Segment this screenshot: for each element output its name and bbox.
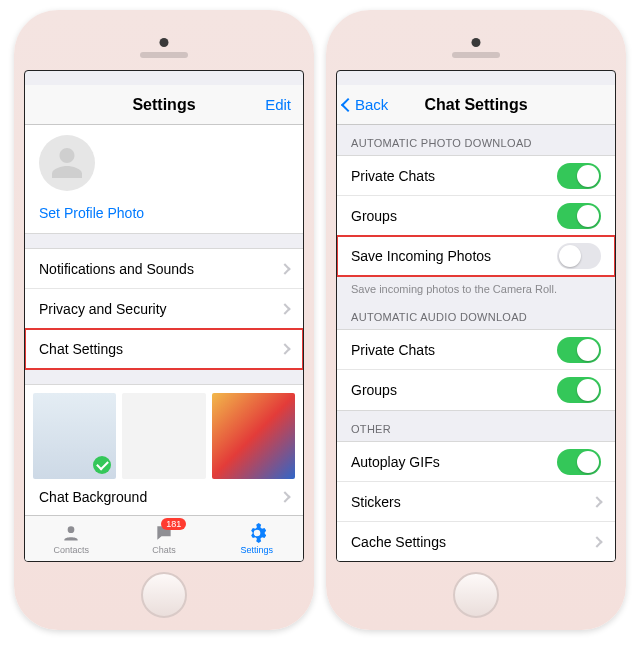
chevron-right-icon <box>279 491 290 502</box>
device-top <box>24 20 304 70</box>
avatar-icon[interactable] <box>39 135 95 191</box>
audio-list: Private Chats Groups <box>337 329 615 411</box>
chevron-right-icon <box>279 343 290 354</box>
section-header: Automatic Photo Download <box>337 125 615 155</box>
badge: 181 <box>161 518 186 530</box>
content-area: Automatic Photo Download Private Chats G… <box>337 125 615 561</box>
row-save-incoming[interactable]: Save Incoming Photos <box>337 236 615 276</box>
section-header: Automatic Audio Download <box>337 299 615 329</box>
tab-bar: Contacts 181 Chats Settings <box>25 515 303 561</box>
toggle-switch[interactable] <box>557 203 601 229</box>
row-privacy[interactable]: Privacy and Security <box>25 289 303 329</box>
chevron-right-icon <box>591 496 602 507</box>
home-button[interactable] <box>141 572 187 618</box>
back-button[interactable]: Back <box>343 96 388 113</box>
chevron-right-icon <box>591 536 602 547</box>
selected-check-icon <box>93 456 111 474</box>
status-bar <box>25 71 303 85</box>
tab-label: Contacts <box>54 545 90 555</box>
status-bar <box>337 71 615 85</box>
row-cache-settings[interactable]: Cache Settings <box>337 522 615 561</box>
navbar: Settings Edit <box>25 85 303 125</box>
home-button[interactable] <box>453 572 499 618</box>
right-screen: Back Chat Settings Automatic Photo Downl… <box>336 70 616 562</box>
row-stickers[interactable]: Stickers <box>337 482 615 522</box>
row-label: Chat Settings <box>39 341 123 357</box>
toggle-switch[interactable] <box>557 243 601 269</box>
row-label: Groups <box>351 208 397 224</box>
back-label: Back <box>355 96 388 113</box>
row-chat-background[interactable]: Chat Background <box>25 479 303 515</box>
tab-contacts[interactable]: Contacts <box>25 516 118 561</box>
photo-list: Private Chats Groups Save Incoming Photo… <box>337 155 615 277</box>
row-label: Privacy and Security <box>39 301 167 317</box>
section-footer: Save incoming photos to the Camera Roll. <box>337 277 615 299</box>
navbar: Back Chat Settings <box>337 85 615 125</box>
tab-label: Settings <box>240 545 273 555</box>
wallpaper-thumb[interactable] <box>122 393 205 479</box>
chevron-left-icon <box>341 97 355 111</box>
gear-icon <box>246 522 268 544</box>
other-list: Autoplay GIFs Stickers Cache Settings <box>337 441 615 561</box>
row-chat-settings[interactable]: Chat Settings <box>25 329 303 369</box>
row-label: Autoplay GIFs <box>351 454 440 470</box>
row-private-chats[interactable]: Private Chats <box>337 156 615 196</box>
wallpaper-thumbs <box>25 384 303 479</box>
toggle-switch[interactable] <box>557 163 601 189</box>
chevron-right-icon <box>279 303 290 314</box>
device-top <box>336 20 616 70</box>
wallpaper-thumb[interactable] <box>212 393 295 479</box>
page-title: Chat Settings <box>424 96 527 114</box>
left-screen: Settings Edit Set Profile Photo Notifica… <box>24 70 304 562</box>
tab-label: Chats <box>152 545 176 555</box>
toggle-switch[interactable] <box>557 449 601 475</box>
settings-list: Notifications and Sounds Privacy and Sec… <box>25 248 303 370</box>
right-phone: Back Chat Settings Automatic Photo Downl… <box>326 10 626 630</box>
row-label: Save Incoming Photos <box>351 248 491 264</box>
row-label: Private Chats <box>351 168 435 184</box>
contacts-icon <box>60 522 82 544</box>
edit-button[interactable]: Edit <box>265 96 291 113</box>
chevron-right-icon <box>279 263 290 274</box>
toggle-switch[interactable] <box>557 377 601 403</box>
page-title: Settings <box>132 96 195 114</box>
svg-point-0 <box>68 526 75 533</box>
row-notifications[interactable]: Notifications and Sounds <box>25 249 303 289</box>
row-label: Chat Background <box>39 489 147 505</box>
row-groups[interactable]: Groups <box>337 196 615 236</box>
profile-block: Set Profile Photo <box>25 125 303 234</box>
row-groups-audio[interactable]: Groups <box>337 370 615 410</box>
row-label: Stickers <box>351 494 401 510</box>
row-autoplay-gifs[interactable]: Autoplay GIFs <box>337 442 615 482</box>
toggle-switch[interactable] <box>557 337 601 363</box>
content-area: Set Profile Photo Notifications and Soun… <box>25 125 303 515</box>
section-header: Other <box>337 411 615 441</box>
row-label: Groups <box>351 382 397 398</box>
row-private-chats-audio[interactable]: Private Chats <box>337 330 615 370</box>
row-label: Notifications and Sounds <box>39 261 194 277</box>
tab-chats[interactable]: 181 Chats <box>118 516 211 561</box>
row-label: Cache Settings <box>351 534 446 550</box>
left-phone: Settings Edit Set Profile Photo Notifica… <box>14 10 314 630</box>
wallpaper-thumb[interactable] <box>33 393 116 479</box>
tab-settings[interactable]: Settings <box>210 516 303 561</box>
set-profile-photo-link[interactable]: Set Profile Photo <box>39 205 289 221</box>
row-label: Private Chats <box>351 342 435 358</box>
